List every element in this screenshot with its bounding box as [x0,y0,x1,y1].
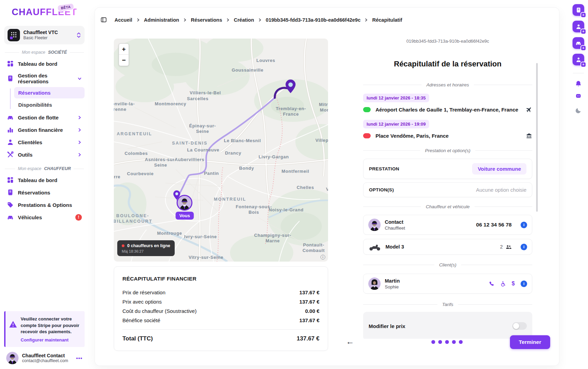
back-button[interactable]: ← [346,337,354,346]
sidebar-toggle-icon[interactable] [100,17,107,23]
step-dot[interactable] [452,340,456,344]
chevron-down-icon [77,76,82,81]
sidebar-item-tableau-de-bord-societe[interactable]: Tableau de bord [4,57,85,70]
configure-stripe-link[interactable]: Configurer maintenant [21,337,81,342]
add-chauffeur-button[interactable]: + [573,54,584,65]
sidebar-item-gestion-financiere[interactable]: Gestion financière [4,124,85,136]
modify-price-toggle[interactable] [512,322,527,330]
map-attribution-icon[interactable]: i [320,255,325,260]
pickup-marker [363,107,371,112]
dropoff-address-row: Place Vendôme, Paris, France [363,133,532,139]
sidebar-item-label: Clientèles [18,139,42,145]
sidebar-item-outils[interactable]: Outils [4,148,85,161]
map-city-label: Chelles [297,185,314,190]
breadcrumb-recapitulatif[interactable]: Récapitulatif [370,17,404,23]
map-city-label: Goussainville [232,67,263,73]
chat-icon[interactable] [575,93,582,99]
profile-menu-button[interactable]: ••• [76,355,83,361]
zoom-in-button[interactable]: + [119,44,129,55]
sidebar-item-gestion-flotte[interactable]: Gestion de flotte [4,111,85,124]
breadcrumb-accueil[interactable]: Accueil [112,17,134,23]
map-city-label: Villeparisis [315,138,328,143]
sidebar-item-label: Outils [18,152,33,158]
chevron-right-icon [183,18,187,22]
map-city-label: Courbevoie [127,171,154,177]
prestation-label: PRESTATION [369,166,399,171]
financial-row: Coût du chauffeur (Soustractive) 0.00 € [122,308,319,314]
step-dot[interactable] [445,340,449,344]
sidebar-item-label: Gestion de flotte [18,115,58,120]
chevron-updown-icon [76,32,81,38]
driver-location-marker[interactable]: Vous [176,195,194,220]
map-city-label: BOULOGNE- BILLANCOURT [114,213,152,224]
add-vehicle-button[interactable]: + [573,37,584,49]
map-zoom-control: + − [119,43,129,66]
reservation-id: 019bb345-fdd3-713a-910b-ea0d66f42e9c [363,39,532,44]
breadcrumb-reservation-id[interactable]: 019bb345-fdd3-713a-910b-ea0d66f42e9c [264,17,363,23]
step-dot[interactable] [432,340,435,344]
map-city-label: Pontault- Combault [303,242,325,254]
info-icon[interactable]: i [521,244,527,250]
chauffeur-phone: 06 12 34 56 78 [476,222,512,228]
chauffeur-avatar [368,219,381,231]
pickup-address: Aéroport Charles de Gaulle 1, Tremblay-e… [375,107,518,113]
sidebar-item-label: Tableau de bord [18,61,57,67]
breadcrumb-creation[interactable]: Création [232,17,256,23]
reservation-panel: 019bb345-fdd3-713a-910b-ea0d66f42e9c Réc… [363,34,532,339]
info-icon[interactable]: i [521,281,527,287]
map-city-label: MONTREUIL [214,197,246,202]
sidebar: CHAUFFLEET BÊTA Chauffleet VTC Basic Fle… [0,0,89,369]
step-dot[interactable] [438,340,442,344]
dark-mode-moon-icon[interactable] [575,107,582,114]
breadcrumb-administration[interactable]: Administration [142,17,181,23]
plus-badge: + [580,62,586,67]
map-city-label: Bondy [239,166,254,171]
driver-avatar [177,195,193,211]
finish-button[interactable]: Terminer [510,335,550,349]
divider [122,329,319,330]
workspace-switcher[interactable]: Chauffleet VTC Basic Fleeter [4,26,85,44]
map-city-label: Montfermeil [282,169,309,174]
dollar-icon[interactable]: $ [512,281,515,287]
map-city-label: Nanterre [114,174,120,180]
info-icon[interactable]: i [521,222,527,228]
warning-text: Veuillez connecter votre compte Stripe p… [21,316,79,334]
options-card: OPTION(S) Aucune option choisie [363,182,532,197]
financial-row: Bénéfice société 137.67 € [122,317,319,323]
phone-icon[interactable] [488,281,494,287]
sidebar-item-prestations-options[interactable]: Prestations & Options [4,199,85,211]
chevron-right-icon [77,140,82,145]
prestation-value-chip[interactable]: Voiture commune [472,163,526,175]
breadcrumb-reservations[interactable]: Réservations [189,17,224,23]
vous-label: Vous [176,212,194,220]
sidebar-item-gestion-reservations[interactable]: Gestion des réservations [4,70,85,87]
financial-title: RÉCAPITULATIF FINANCIER [122,276,319,282]
step-dot[interactable] [459,340,463,344]
page-title: Récapitulatif de la réservation [363,60,532,68]
sidebar-item-tableau-de-bord-chauffeur[interactable]: Tableau de bord [4,174,85,186]
wheelchair-icon[interactable] [500,281,506,287]
dashboard-icon [7,177,14,183]
options-label: OPTION(S) [369,187,394,192]
notifications-bell-icon[interactable] [575,80,582,88]
user-profile[interactable]: Chauffleet Contact contact@chauffleet.co… [4,347,85,366]
sidebar-item-disponibilites[interactable]: Disponibilités [14,99,85,110]
tag-icon [7,201,14,208]
add-reservation-button[interactable]: + [573,4,584,16]
map[interactable]: LouvresGoussainvilleVilliers-le-BelSarce… [114,39,328,262]
sidebar-item-reservations[interactable]: Réservations [14,87,85,98]
map-city-label: Noisy-le-Grand [269,207,304,213]
zoom-out-button[interactable]: − [119,55,129,66]
map-city-label: Champigny-sur- Marne [254,233,291,244]
panel-scrollbar[interactable] [536,63,538,212]
avatar [6,352,19,364]
add-client-button[interactable]: + [573,21,584,32]
profile-name: Chauffleet Contact [22,353,68,359]
sidebar-item-vehicules[interactable]: Véhicules ! [4,211,85,223]
sidebar-item-reservations-chauffeur[interactable]: Réservations [4,186,85,199]
brand: CHAUFFLEET BÊTA [4,7,85,18]
map-city-label: La Courneuve [187,147,219,153]
sidebar-item-clienteles[interactable]: Clientèles [4,136,85,148]
divider [573,73,584,73]
map-city-label: Pantin [204,171,219,176]
